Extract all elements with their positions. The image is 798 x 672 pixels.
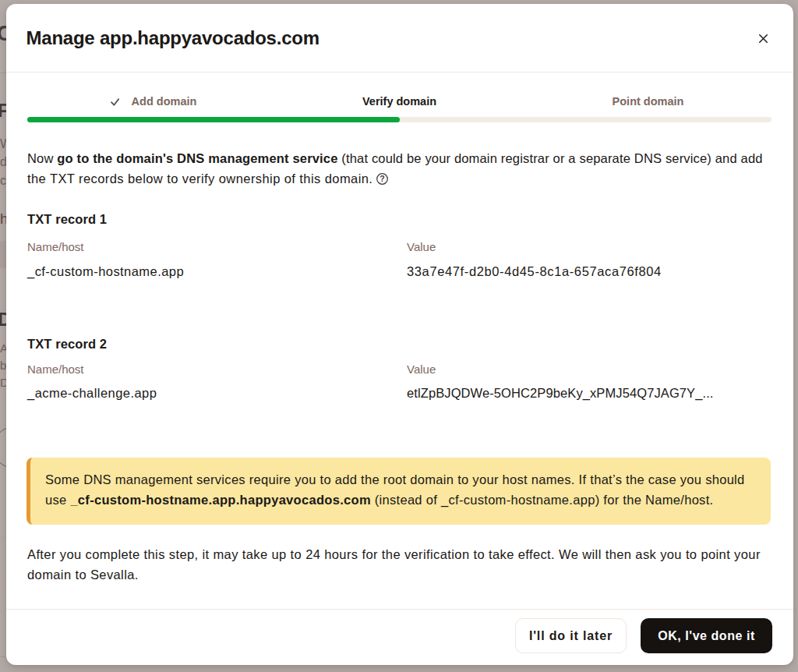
svg-text:?: ? bbox=[380, 174, 386, 183]
